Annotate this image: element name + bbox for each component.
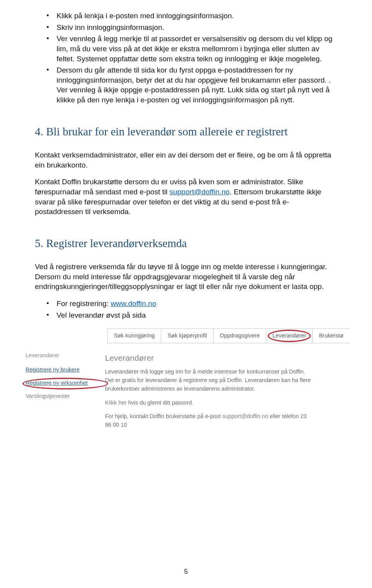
bullet-item: Skriv inn innloggingsinformasjon.	[35, 22, 337, 33]
screenshot-main-p1: Leverandører må logge seg inn for å meld…	[105, 368, 314, 393]
bullet-item: Dersom du går attende til sida kor du fy…	[35, 65, 337, 105]
embedded-screenshot: Søk kunngjøring Søk kjøperprofil Oppdrag…	[22, 329, 350, 435]
page-number: 5	[0, 567, 372, 576]
section5-para1: Ved å registrere verksemda får du løyve …	[35, 262, 337, 292]
tab-brukersto[interactable]: Brukerstø	[313, 329, 350, 343]
text: hvis du glemt ditt passord.	[127, 399, 193, 406]
section4-title: 4. Bli brukar for ein leverandør som all…	[35, 125, 337, 138]
screenshot-main: Leverandører Leverandører må logge seg i…	[105, 352, 314, 435]
section4-para1: Kontakt verksemdadministrator, eller ein…	[35, 150, 337, 170]
sidebar-link-registrere-ny-virksomhet[interactable]: Registrere ny virksomhet	[26, 379, 105, 387]
text: For registrering:	[57, 299, 110, 308]
tab-sok-kjoperprofil[interactable]: Søk kjøperprofil	[161, 329, 214, 343]
section4-para2: Kontakt Doffin brukarstøtte dersom du er…	[35, 177, 337, 217]
screenshot-sidebar: Leverandører Registrere ny brukere Regis…	[22, 352, 105, 435]
sidebar-link-varslingstjenester[interactable]: Varslingstjenester	[26, 393, 105, 400]
screenshot-tabs: Søk kunngjøring Søk kjøperprofil Oppdrag…	[22, 329, 350, 343]
tab-leverandorer[interactable]: Leverandører	[266, 329, 313, 343]
bullet-item: Klikk på lenkja i e-posten med innloggin…	[35, 11, 337, 21]
tab-sok-kunngjoring[interactable]: Søk kunngjøring	[107, 329, 162, 343]
screenshot-main-p3: For hjelp, kontakt Doffin brukerstøtte p…	[105, 412, 314, 429]
text: Vel leverandør øvst på sida	[57, 311, 146, 319]
klikk-her-link[interactable]: Klikk her	[105, 399, 127, 406]
screenshot-main-title: Leverandører	[105, 352, 314, 364]
doffin-link[interactable]: www.doffin.no	[110, 299, 156, 308]
support-email-link-screenshot[interactable]: support@doffin.no	[222, 413, 268, 419]
section5-title: 5. Registrer leverandørverksemda	[35, 236, 337, 250]
tab-oppdragsgivere[interactable]: Oppdragsgivere	[214, 329, 266, 343]
bullet-item: Vel leverandør øvst på sida	[35, 310, 337, 320]
text: For hjelp, kontakt Doffin brukerstøtte p…	[105, 413, 222, 419]
bullet-item: For registrering: www.doffin.no	[35, 299, 337, 309]
support-email-link[interactable]: support@doffin.no	[169, 188, 229, 196]
bullet-item: Ver vennleg å legg merkje til at passord…	[35, 34, 337, 64]
sidebar-title: Leverandører	[26, 352, 105, 360]
screenshot-main-p2: Klikk her hvis du glemt ditt passord.	[105, 399, 314, 407]
sidebar-link-registrere-ny-brukere[interactable]: Registrere ny brukere	[26, 366, 105, 374]
